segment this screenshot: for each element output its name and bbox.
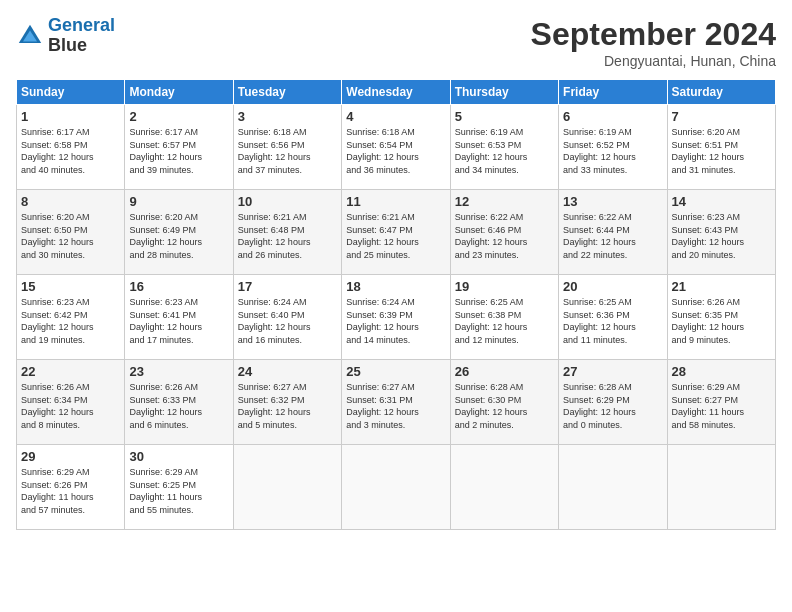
day-info: Sunrise: 6:26 AM Sunset: 6:33 PM Dayligh… (129, 381, 228, 431)
col-monday: Monday (125, 80, 233, 105)
day-number: 1 (21, 109, 120, 124)
day-info: Sunrise: 6:18 AM Sunset: 6:54 PM Dayligh… (346, 126, 445, 176)
day-info: Sunrise: 6:24 AM Sunset: 6:40 PM Dayligh… (238, 296, 337, 346)
logo: General Blue (16, 16, 115, 56)
table-row: 1Sunrise: 6:17 AM Sunset: 6:58 PM Daylig… (17, 105, 125, 190)
table-row: 5Sunrise: 6:19 AM Sunset: 6:53 PM Daylig… (450, 105, 558, 190)
day-number: 10 (238, 194, 337, 209)
day-number: 25 (346, 364, 445, 379)
day-number: 3 (238, 109, 337, 124)
day-number: 28 (672, 364, 771, 379)
day-info: Sunrise: 6:28 AM Sunset: 6:29 PM Dayligh… (563, 381, 662, 431)
table-row (342, 445, 450, 530)
day-info: Sunrise: 6:24 AM Sunset: 6:39 PM Dayligh… (346, 296, 445, 346)
calendar-table: Sunday Monday Tuesday Wednesday Thursday… (16, 79, 776, 530)
table-row: 13Sunrise: 6:22 AM Sunset: 6:44 PM Dayli… (559, 190, 667, 275)
header: General Blue September 2024 Dengyuantai,… (16, 16, 776, 69)
day-info: Sunrise: 6:21 AM Sunset: 6:47 PM Dayligh… (346, 211, 445, 261)
day-number: 30 (129, 449, 228, 464)
table-row (233, 445, 341, 530)
day-number: 24 (238, 364, 337, 379)
day-info: Sunrise: 6:20 AM Sunset: 6:50 PM Dayligh… (21, 211, 120, 261)
day-info: Sunrise: 6:19 AM Sunset: 6:52 PM Dayligh… (563, 126, 662, 176)
day-number: 4 (346, 109, 445, 124)
day-number: 15 (21, 279, 120, 294)
table-row: 22Sunrise: 6:26 AM Sunset: 6:34 PM Dayli… (17, 360, 125, 445)
day-info: Sunrise: 6:23 AM Sunset: 6:43 PM Dayligh… (672, 211, 771, 261)
table-row: 6Sunrise: 6:19 AM Sunset: 6:52 PM Daylig… (559, 105, 667, 190)
week-row: 22Sunrise: 6:26 AM Sunset: 6:34 PM Dayli… (17, 360, 776, 445)
table-row: 30Sunrise: 6:29 AM Sunset: 6:25 PM Dayli… (125, 445, 233, 530)
day-number: 18 (346, 279, 445, 294)
table-row: 21Sunrise: 6:26 AM Sunset: 6:35 PM Dayli… (667, 275, 775, 360)
table-row: 9Sunrise: 6:20 AM Sunset: 6:49 PM Daylig… (125, 190, 233, 275)
day-number: 2 (129, 109, 228, 124)
day-number: 8 (21, 194, 120, 209)
week-row: 8Sunrise: 6:20 AM Sunset: 6:50 PM Daylig… (17, 190, 776, 275)
day-number: 12 (455, 194, 554, 209)
day-number: 27 (563, 364, 662, 379)
day-info: Sunrise: 6:20 AM Sunset: 6:51 PM Dayligh… (672, 126, 771, 176)
day-number: 11 (346, 194, 445, 209)
day-number: 21 (672, 279, 771, 294)
day-info: Sunrise: 6:25 AM Sunset: 6:36 PM Dayligh… (563, 296, 662, 346)
table-row (667, 445, 775, 530)
day-number: 26 (455, 364, 554, 379)
week-row: 15Sunrise: 6:23 AM Sunset: 6:42 PM Dayli… (17, 275, 776, 360)
table-row: 23Sunrise: 6:26 AM Sunset: 6:33 PM Dayli… (125, 360, 233, 445)
table-row: 12Sunrise: 6:22 AM Sunset: 6:46 PM Dayli… (450, 190, 558, 275)
day-number: 29 (21, 449, 120, 464)
table-row: 28Sunrise: 6:29 AM Sunset: 6:27 PM Dayli… (667, 360, 775, 445)
table-row: 2Sunrise: 6:17 AM Sunset: 6:57 PM Daylig… (125, 105, 233, 190)
day-info: Sunrise: 6:26 AM Sunset: 6:35 PM Dayligh… (672, 296, 771, 346)
table-row: 4Sunrise: 6:18 AM Sunset: 6:54 PM Daylig… (342, 105, 450, 190)
day-info: Sunrise: 6:20 AM Sunset: 6:49 PM Dayligh… (129, 211, 228, 261)
table-row: 29Sunrise: 6:29 AM Sunset: 6:26 PM Dayli… (17, 445, 125, 530)
day-number: 16 (129, 279, 228, 294)
day-info: Sunrise: 6:29 AM Sunset: 6:26 PM Dayligh… (21, 466, 120, 516)
day-info: Sunrise: 6:27 AM Sunset: 6:31 PM Dayligh… (346, 381, 445, 431)
header-row: Sunday Monday Tuesday Wednesday Thursday… (17, 80, 776, 105)
day-number: 17 (238, 279, 337, 294)
day-number: 5 (455, 109, 554, 124)
day-info: Sunrise: 6:28 AM Sunset: 6:30 PM Dayligh… (455, 381, 554, 431)
location: Dengyuantai, Hunan, China (531, 53, 776, 69)
day-info: Sunrise: 6:29 AM Sunset: 6:25 PM Dayligh… (129, 466, 228, 516)
day-number: 6 (563, 109, 662, 124)
day-number: 9 (129, 194, 228, 209)
table-row (450, 445, 558, 530)
table-row: 25Sunrise: 6:27 AM Sunset: 6:31 PM Dayli… (342, 360, 450, 445)
table-row: 14Sunrise: 6:23 AM Sunset: 6:43 PM Dayli… (667, 190, 775, 275)
title-block: September 2024 Dengyuantai, Hunan, China (531, 16, 776, 69)
day-info: Sunrise: 6:23 AM Sunset: 6:41 PM Dayligh… (129, 296, 228, 346)
table-row: 19Sunrise: 6:25 AM Sunset: 6:38 PM Dayli… (450, 275, 558, 360)
month-title: September 2024 (531, 16, 776, 53)
col-saturday: Saturday (667, 80, 775, 105)
table-row: 16Sunrise: 6:23 AM Sunset: 6:41 PM Dayli… (125, 275, 233, 360)
day-number: 23 (129, 364, 228, 379)
day-info: Sunrise: 6:21 AM Sunset: 6:48 PM Dayligh… (238, 211, 337, 261)
day-number: 13 (563, 194, 662, 209)
calendar-page: General Blue September 2024 Dengyuantai,… (0, 0, 792, 612)
col-sunday: Sunday (17, 80, 125, 105)
table-row: 11Sunrise: 6:21 AM Sunset: 6:47 PM Dayli… (342, 190, 450, 275)
table-row: 8Sunrise: 6:20 AM Sunset: 6:50 PM Daylig… (17, 190, 125, 275)
day-number: 20 (563, 279, 662, 294)
day-number: 7 (672, 109, 771, 124)
day-info: Sunrise: 6:17 AM Sunset: 6:57 PM Dayligh… (129, 126, 228, 176)
day-info: Sunrise: 6:26 AM Sunset: 6:34 PM Dayligh… (21, 381, 120, 431)
logo-text: General Blue (48, 16, 115, 56)
table-row: 10Sunrise: 6:21 AM Sunset: 6:48 PM Dayli… (233, 190, 341, 275)
table-row: 20Sunrise: 6:25 AM Sunset: 6:36 PM Dayli… (559, 275, 667, 360)
col-friday: Friday (559, 80, 667, 105)
day-info: Sunrise: 6:27 AM Sunset: 6:32 PM Dayligh… (238, 381, 337, 431)
day-info: Sunrise: 6:25 AM Sunset: 6:38 PM Dayligh… (455, 296, 554, 346)
day-info: Sunrise: 6:17 AM Sunset: 6:58 PM Dayligh… (21, 126, 120, 176)
col-wednesday: Wednesday (342, 80, 450, 105)
day-info: Sunrise: 6:22 AM Sunset: 6:46 PM Dayligh… (455, 211, 554, 261)
table-row: 18Sunrise: 6:24 AM Sunset: 6:39 PM Dayli… (342, 275, 450, 360)
day-info: Sunrise: 6:23 AM Sunset: 6:42 PM Dayligh… (21, 296, 120, 346)
table-row: 15Sunrise: 6:23 AM Sunset: 6:42 PM Dayli… (17, 275, 125, 360)
table-row: 26Sunrise: 6:28 AM Sunset: 6:30 PM Dayli… (450, 360, 558, 445)
week-row: 29Sunrise: 6:29 AM Sunset: 6:26 PM Dayli… (17, 445, 776, 530)
